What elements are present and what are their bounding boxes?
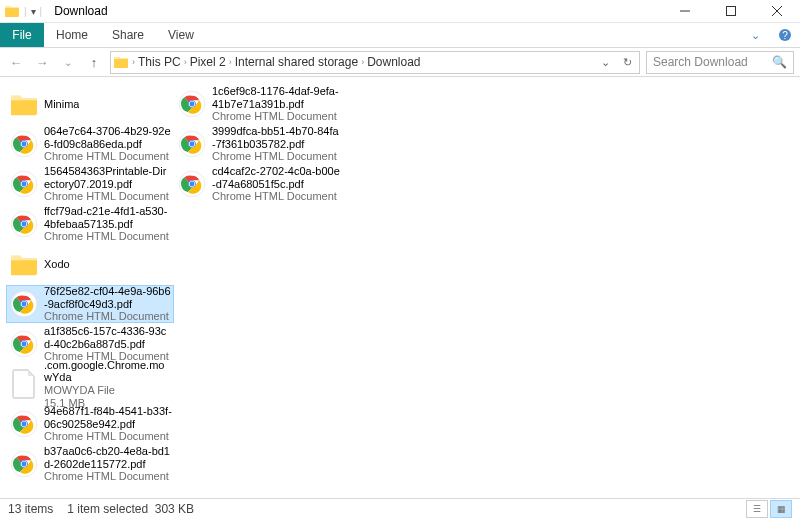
chevron-right-icon[interactable]: › — [184, 57, 187, 67]
item-type: Chrome HTML Document — [44, 150, 172, 163]
item-type: Chrome HTML Document — [212, 110, 340, 123]
item-type: Chrome HTML Document — [212, 150, 340, 163]
chrome-icon — [176, 88, 208, 120]
svg-point-32 — [190, 182, 195, 187]
svg-rect-0 — [727, 7, 736, 16]
status-item-count: 13 items — [8, 502, 53, 516]
item-type: Chrome HTML Document — [44, 430, 172, 443]
item-type: Chrome HTML Document — [44, 470, 172, 483]
folder-icon — [8, 88, 40, 120]
chrome-icon — [8, 288, 40, 320]
file-list[interactable]: Minima064e7c64-3706-4b29-92e6-fd09c8a86e… — [0, 77, 800, 498]
item-name: 1564584363Printable-Directory07.2019.pdf — [44, 165, 172, 190]
search-placeholder: Search Download — [653, 55, 748, 69]
svg-point-14 — [22, 302, 27, 307]
navbar: ← → ⌄ ↑ › This PC › Pixel 2 › Internal s… — [0, 47, 800, 77]
list-item[interactable]: 76f25e82-cf04-4e9a-96b6-9acf8f0c49d3.pdf… — [6, 285, 174, 323]
svg-point-23 — [22, 462, 27, 467]
item-name: Xodo — [44, 258, 70, 271]
item-name: cd4caf2c-2702-4c0a-b00e-d74a68051f5c.pdf — [212, 165, 340, 190]
view-icons-button[interactable]: ▦ — [770, 500, 792, 518]
item-name: a1f385c6-157c-4336-93cd-40c2b6a887d5.pdf — [44, 325, 172, 350]
app-icon — [4, 3, 20, 19]
search-icon: 🔍 — [772, 55, 787, 69]
qat-separator: | — [24, 6, 27, 17]
svg-point-29 — [190, 142, 195, 147]
chrome-icon — [176, 128, 208, 160]
item-name: 94e687f1-f84b-4541-b33f-06c90258e942.pdf — [44, 405, 172, 430]
file-menu[interactable]: File — [0, 23, 44, 47]
address-bar[interactable]: › This PC › Pixel 2 › Internal shared st… — [110, 51, 640, 74]
item-name: 064e7c64-3706-4b29-92e6-fd09c8a86eda.pdf — [44, 125, 172, 150]
ribbon-collapse[interactable]: ⌄ — [740, 23, 770, 47]
chrome-icon — [176, 168, 208, 200]
chrome-icon — [8, 168, 40, 200]
list-item[interactable]: Xodo — [6, 245, 174, 283]
item-name: 1c6ef9c8-1176-4daf-9efa-41b7e71a391b.pdf — [212, 85, 340, 110]
list-item[interactable]: 3999dfca-bb51-4b70-84fa-7f361b035782.pdf… — [174, 125, 342, 163]
view-details-button[interactable]: ☰ — [746, 500, 768, 518]
status-bar: 13 items 1 item selected 303 KB ☰ ▦ — [0, 498, 800, 519]
item-name: 3999dfca-bb51-4b70-84fa-7f361b035782.pdf — [212, 125, 340, 150]
window-title: Download — [54, 4, 107, 18]
chrome-icon — [8, 408, 40, 440]
ribbon: File Home Share View ⌄ ? — [0, 23, 800, 47]
status-selection: 1 item selected 303 KB — [67, 502, 194, 516]
item-name: .com.google.Chrome.mowYda — [44, 359, 172, 384]
tab-share[interactable]: Share — [100, 23, 156, 47]
item-type: MOWYDA File — [44, 384, 172, 397]
item-type: Chrome HTML Document — [212, 190, 340, 203]
titlebar: | ▾ | Download — [0, 0, 800, 23]
list-item[interactable]: Minima — [6, 85, 174, 123]
svg-point-8 — [22, 182, 27, 187]
folder-icon — [113, 54, 129, 70]
nav-recent[interactable]: ⌄ — [58, 52, 78, 72]
qat-dropdown[interactable]: ▾ — [31, 6, 36, 17]
item-name: b37aa0c6-cb20-4e8a-bd1d-2602de115772.pdf — [44, 445, 172, 470]
maximize-button[interactable] — [708, 0, 754, 23]
minimize-button[interactable] — [662, 0, 708, 23]
list-item[interactable]: ffcf79ad-c21e-4fd1-a530-4bfebaa57135.pdf… — [6, 205, 174, 243]
chevron-right-icon[interactable]: › — [361, 57, 364, 67]
svg-point-11 — [22, 222, 27, 227]
list-item[interactable]: b37aa0c6-cb20-4e8a-bd1d-2602de115772.pdf… — [6, 445, 174, 483]
folder-icon — [8, 248, 40, 280]
item-type: Chrome HTML Document — [44, 230, 172, 243]
item-name: 76f25e82-cf04-4e9a-96b6-9acf8f0c49d3.pdf — [44, 285, 172, 310]
chrome-icon — [8, 128, 40, 160]
crumb-pixel-2[interactable]: Pixel 2 — [190, 55, 226, 69]
svg-point-17 — [22, 342, 27, 347]
svg-point-20 — [22, 422, 27, 427]
crumb-this-pc[interactable]: This PC — [138, 55, 181, 69]
tab-view[interactable]: View — [156, 23, 206, 47]
item-name: Minima — [44, 98, 79, 111]
list-item[interactable]: a1f385c6-157c-4336-93cd-40c2b6a887d5.pdf… — [6, 325, 174, 363]
crumb-download[interactable]: Download — [367, 55, 420, 69]
help-button[interactable]: ? — [770, 23, 800, 47]
refresh-button[interactable]: ↻ — [617, 56, 637, 69]
list-item[interactable]: 1564584363Printable-Directory07.2019.pdf… — [6, 165, 174, 203]
item-name: ffcf79ad-c21e-4fd1-a530-4bfebaa57135.pdf — [44, 205, 172, 230]
chrome-icon — [8, 208, 40, 240]
svg-point-26 — [190, 102, 195, 107]
tab-home[interactable]: Home — [44, 23, 100, 47]
nav-back[interactable]: ← — [6, 52, 26, 72]
close-button[interactable] — [754, 0, 800, 23]
addr-dropdown[interactable]: ⌄ — [595, 56, 615, 69]
nav-up[interactable]: ↑ — [84, 52, 104, 72]
crumb-internal-storage[interactable]: Internal shared storage — [235, 55, 358, 69]
chevron-right-icon[interactable]: › — [229, 57, 232, 67]
list-item[interactable]: 064e7c64-3706-4b29-92e6-fd09c8a86eda.pdf… — [6, 125, 174, 163]
chevron-right-icon[interactable]: › — [132, 57, 135, 67]
svg-point-5 — [22, 142, 27, 147]
search-input[interactable]: Search Download 🔍 — [646, 51, 794, 74]
list-item[interactable]: 1c6ef9c8-1176-4daf-9efa-41b7e71a391b.pdf… — [174, 85, 342, 123]
list-item[interactable]: cd4caf2c-2702-4c0a-b00e-d74a68051f5c.pdf… — [174, 165, 342, 203]
item-type: Chrome HTML Document — [44, 190, 172, 203]
item-type: Chrome HTML Document — [44, 310, 172, 323]
nav-forward[interactable]: → — [32, 52, 52, 72]
file-icon — [8, 368, 40, 400]
list-item[interactable]: .com.google.Chrome.mowYdaMOWYDA File15.1… — [6, 365, 174, 403]
list-item[interactable]: 94e687f1-f84b-4541-b33f-06c90258e942.pdf… — [6, 405, 174, 443]
chrome-icon — [8, 328, 40, 360]
